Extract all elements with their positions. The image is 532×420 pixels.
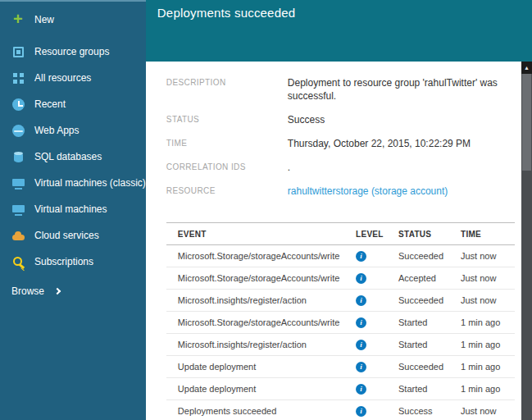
sidebar-item-all-resources[interactable]: All resources — [0, 65, 146, 91]
level-cell — [352, 400, 395, 420]
azure-portal: New Resource groupsAll resourcesRecentWe… — [0, 0, 532, 420]
event-row[interactable]: Microsoft.insights/register/actionStarte… — [166, 334, 515, 356]
sidebar-item-label: Virtual machines (classic) — [34, 177, 146, 189]
level-cell — [352, 267, 395, 290]
scroll-up-icon[interactable]: ▲ — [521, 62, 532, 74]
page-title: Deployments succeeded — [157, 6, 532, 20]
event-row[interactable]: Microsoft.Storage/storageAccounts/writeS… — [166, 245, 515, 267]
info-icon[interactable] — [356, 340, 366, 350]
status-cell: Started — [395, 378, 457, 400]
info-icon[interactable] — [356, 251, 366, 262]
detail-fields: DESCRIPTIONDeployment to resource group … — [166, 76, 515, 198]
info-icon[interactable] — [356, 295, 366, 306]
event-cell: Microsoft.Storage/storageAccounts/write — [166, 245, 352, 267]
content-row: DESCRIPTIONDeployment to resource group … — [146, 62, 532, 420]
status-cell: Success — [395, 400, 457, 420]
scrollbar[interactable]: ▲ — [521, 62, 532, 420]
field-label: DESCRIPTION — [166, 76, 288, 103]
sidebar-item-label: New — [34, 14, 54, 25]
sidebar-item-label: SQL databases — [34, 151, 102, 162]
info-icon[interactable] — [356, 406, 366, 417]
level-cell — [352, 245, 395, 267]
time-cell: Just now — [457, 290, 515, 312]
time-cell: Just now — [457, 245, 515, 267]
field-label: CORRELATION IDS — [166, 161, 288, 174]
info-icon[interactable] — [356, 273, 366, 284]
field-value: Deployment to resource group 'rahulTwitt… — [288, 76, 515, 103]
sidebar-item-label: Resource groups — [34, 46, 109, 57]
event-row[interactable]: Microsoft.Storage/storageAccounts/writeS… — [166, 312, 515, 334]
field-value: Thursday, October 22, 2015, 10:22:29 PM — [288, 137, 471, 150]
info-icon[interactable] — [356, 384, 366, 395]
field-time: TIMEThursday, October 22, 2015, 10:22:29… — [166, 137, 515, 150]
field-resource: RESOURCErahultwitterstorage (storage acc… — [166, 185, 515, 198]
field-value: Success — [288, 113, 325, 126]
status-cell: Started — [395, 312, 457, 334]
status-cell: Started — [395, 334, 457, 356]
col-header-event: EVENT — [166, 223, 352, 245]
sidebar-item-subscriptions[interactable]: Subscriptions — [0, 249, 146, 275]
sidebar-item-label: Recent — [34, 98, 66, 110]
field-status: STATUSSuccess — [166, 113, 515, 126]
event-row[interactable]: Microsoft.insights/register/actionSuccee… — [166, 290, 515, 312]
sidebar-item-virtual-machines[interactable]: Virtual machines — [0, 196, 146, 222]
event-cell: Update deployment — [166, 356, 352, 378]
time-cell: 1 min ago — [457, 356, 515, 378]
level-cell — [352, 356, 395, 378]
status-cell: Succeeded — [395, 290, 457, 312]
sidebar-item-label: Subscriptions — [34, 256, 93, 267]
vm-icon — [11, 203, 25, 217]
field-value: . — [288, 161, 290, 174]
sidebar-item-cloud-services[interactable]: Cloud services — [0, 222, 146, 249]
field-label: RESOURCE — [166, 185, 288, 198]
col-header-level: LEVEL — [352, 223, 395, 245]
event-cell: Microsoft.insights/register/action — [166, 334, 352, 356]
event-row[interactable]: Microsoft.Storage/storageAccounts/writeA… — [166, 267, 515, 290]
col-header-status: STATUS — [395, 223, 457, 245]
all-resources-icon — [11, 71, 25, 85]
deployment-details-panel: DESCRIPTIONDeployment to resource group … — [146, 62, 521, 420]
field-label: TIME — [166, 137, 288, 150]
sidebar-item-sql-databases[interactable]: SQL databases — [0, 144, 146, 170]
info-icon[interactable] — [356, 317, 366, 328]
event-cell: Microsoft.Storage/storageAccounts/write — [166, 267, 352, 290]
event-cell: Update deployment — [166, 378, 352, 400]
web-apps-icon — [11, 124, 25, 138]
subscriptions-icon — [11, 255, 25, 269]
sidebar-item-virtual-machines-classic[interactable]: Virtual machines (classic) — [0, 170, 146, 196]
field-description: DESCRIPTIONDeployment to resource group … — [166, 76, 515, 103]
sidebar-item-label: All resources — [34, 72, 91, 84]
col-header-time: TIME — [457, 223, 515, 245]
blade-header: Deployments succeeded — [146, 0, 532, 62]
level-cell — [352, 334, 395, 356]
resource-groups-icon — [11, 45, 25, 59]
time-cell: Just now — [457, 400, 515, 420]
field-correlation-ids: CORRELATION IDS. — [166, 161, 515, 174]
status-cell: Succeeded — [395, 245, 457, 267]
event-row[interactable]: Deployments succeededSuccessJust now — [166, 400, 515, 420]
event-row[interactable]: Update deploymentSucceeded1 min ago — [166, 356, 515, 378]
main-area: Deployments succeeded DESCRIPTIONDeploym… — [146, 0, 532, 420]
plus-icon — [11, 13, 25, 27]
cloud-services-icon — [11, 229, 25, 243]
sidebar-item-label: Virtual machines — [34, 203, 107, 215]
events-table: EVENT LEVEL STATUS TIME Microsoft.Storag… — [166, 222, 515, 420]
scrollbar-thumb[interactable] — [522, 74, 531, 171]
level-cell — [352, 378, 395, 400]
resource-link[interactable]: rahultwitterstorage (storage account) — [288, 185, 448, 198]
sidebar-item-recent[interactable]: Recent — [0, 91, 146, 117]
sidebar-item-browse[interactable]: Browse — [0, 278, 146, 304]
time-cell: Just now — [457, 267, 515, 290]
sidebar: New Resource groupsAll resourcesRecentWe… — [0, 0, 146, 420]
sidebar-item-new[interactable]: New — [0, 7, 146, 33]
info-icon[interactable] — [356, 362, 366, 372]
event-cell: Microsoft.Storage/storageAccounts/write — [166, 312, 352, 334]
events-header-row: EVENT LEVEL STATUS TIME — [166, 223, 515, 245]
chevron-right-icon — [54, 288, 61, 294]
recent-icon — [11, 98, 25, 112]
sidebar-item-resource-groups[interactable]: Resource groups — [0, 39, 146, 65]
event-row[interactable]: Update deploymentStarted1 min ago — [166, 378, 515, 400]
sidebar-nav: Resource groupsAll resourcesRecentWeb Ap… — [0, 39, 146, 275]
sidebar-item-label: Cloud services — [34, 230, 99, 241]
sidebar-item-web-apps[interactable]: Web Apps — [0, 117, 146, 144]
